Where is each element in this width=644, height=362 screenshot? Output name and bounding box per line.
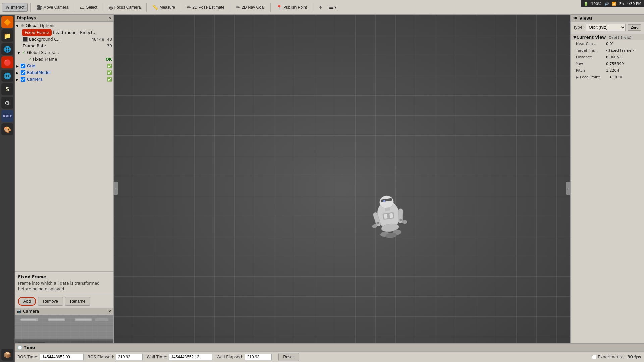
toolbar-separator5 — [181, 3, 181, 12]
svg-rect-3 — [48, 318, 65, 321]
wall-time-input[interactable] — [169, 354, 212, 360]
battery-label: 100% — [591, 2, 601, 6]
add-display-button[interactable]: Add — [18, 297, 36, 306]
cv-focal-val: 0; 0; 0 — [610, 75, 639, 79]
tree-robot-model[interactable]: ▶ RobotModel ✅ — [15, 69, 113, 76]
svg-rect-5 — [95, 318, 108, 321]
viewport-collapse-right[interactable]: ‹ — [566, 182, 570, 195]
clock-label: 4:30 PM — [627, 2, 641, 6]
robot-model — [362, 187, 415, 243]
crosshair-icon: ✛ — [319, 5, 322, 10]
background-value: 48; 48; 48 — [91, 37, 112, 42]
measure-button[interactable]: 📏 Measure — [149, 3, 178, 12]
remove-display-button[interactable]: Remove — [38, 297, 63, 306]
current-view-header[interactable]: ▼ Current View Orbit (rviz) — [571, 34, 644, 40]
app-icon-chrome[interactable]: 🌐 — [1, 70, 13, 82]
app-icon-browser[interactable]: 🌐 — [1, 43, 13, 55]
cv-focal-key: Focal Point — [580, 75, 610, 79]
ros-time-section: ROS Time: — [17, 354, 84, 360]
app-icon-s[interactable]: S — [1, 83, 13, 95]
dropdown-button[interactable]: ▬ ▾ — [326, 3, 339, 11]
views-title: Views — [579, 16, 593, 21]
displays-title: Displays — [17, 16, 36, 20]
viewport[interactable]: ‹ › — [114, 15, 570, 362]
nav-goal-button[interactable]: ✏ 2D Nav Goal — [233, 3, 268, 12]
viewport-collapse-left[interactable]: › — [114, 182, 118, 195]
current-view-section: ▼ Current View Orbit (rviz) Near Clip ..… — [571, 33, 644, 82]
cv-distance-row: Distance 8.06653 — [571, 54, 644, 60]
camera-panel-icon: 📷 — [17, 309, 22, 314]
battery-icon: 🔋 — [584, 2, 588, 6]
app-sidebar: 🔶 📁 🌐 🔴 🌐 S ⚙ RViz 🎨 📦 — [0, 15, 15, 362]
tree-frame-rate[interactable]: Frame Rate 30 — [15, 43, 113, 49]
tree-camera[interactable]: ▶ Camera ✅ — [15, 76, 113, 83]
pose-icon: ✏ — [187, 5, 191, 10]
cv-yaw-val: 0.755399 — [606, 62, 639, 66]
time-clock-icon: 🕐 — [17, 345, 22, 350]
toolbar-separator4 — [146, 3, 147, 12]
experimental-checkbox[interactable] — [592, 355, 596, 359]
app-icon-red[interactable]: 🔴 — [1, 56, 13, 68]
time-bar-header: 🕐 Time — [15, 344, 644, 352]
cv-near-clip-key: Near Clip ... — [576, 42, 606, 46]
select-button[interactable]: ▭ Select — [77, 3, 100, 12]
move-camera-button[interactable]: 🎥 Move Camera — [33, 3, 71, 12]
cv-target-frame-key: Target Fra... — [576, 48, 606, 53]
ff-check-value: OK — [106, 57, 112, 62]
app-icon-terminal[interactable]: 📦 — [1, 349, 13, 361]
toolbar-separator3 — [103, 3, 103, 12]
views-zero-button[interactable]: Zero — [628, 24, 641, 31]
ff-info-desc: Frame into which all data is transformed… — [18, 281, 110, 292]
cv-arrow: ▼ — [573, 35, 576, 40]
views-type-select[interactable]: Orbit (rviz) — [586, 24, 626, 31]
cv-pitch-row: Pitch 1.2204 — [571, 67, 644, 74]
tree-global-status[interactable]: ▼ ✓ Global Status:... — [15, 49, 113, 56]
robot-model-status-icon: ✅ — [107, 70, 112, 75]
pose-estimate-button[interactable]: ✏ 2D Pose Estimate — [184, 3, 227, 12]
svg-rect-25 — [398, 209, 403, 223]
displays-tree[interactable]: ▼ ⚙ Global Options Fixed Frame head_moun… — [15, 22, 113, 272]
wall-elapsed-input[interactable] — [245, 354, 272, 360]
publish-point-button[interactable]: 📍 Publish Point — [273, 3, 310, 12]
display-buttons: Add Remove Rename — [15, 295, 113, 308]
left-panel: Displays ✕ ▼ ⚙ Global Options Fixed Fram… — [15, 15, 114, 362]
tree-grid[interactable]: ▶ Grid ✅ — [15, 63, 113, 69]
focus-camera-button[interactable]: ◎ Focus Camera — [106, 3, 144, 12]
rename-display-button[interactable]: Rename — [65, 297, 90, 306]
ff-check-label: Fixed Frame — [33, 57, 104, 62]
ros-elapsed-input[interactable] — [116, 354, 143, 360]
experimental-label[interactable]: Experimental — [592, 355, 625, 359]
svg-rect-13 — [20, 319, 36, 320]
cv-pitch-key: Pitch — [576, 68, 606, 73]
displays-close-icon[interactable]: ✕ — [108, 16, 111, 20]
grid-checkbox[interactable] — [21, 64, 25, 68]
interact-button[interactable]: 🖱 Interact — [2, 3, 28, 12]
tree-background-color[interactable]: Background C... 48; 48; 48 — [15, 36, 113, 43]
app-icon-settings[interactable]: ⚙ — [1, 97, 13, 109]
toolbar-separator7 — [270, 3, 271, 12]
global-options-icon: ⚙ — [21, 23, 24, 28]
tree-arrow-robot: ▶ — [16, 71, 21, 75]
toolbar-separator2 — [74, 3, 74, 12]
camera-status-icon: ✅ — [107, 77, 112, 82]
frame-rate-value: 30 — [107, 44, 112, 48]
camera-panel-close[interactable]: ✕ — [108, 309, 111, 314]
main-layout: 🔶 📁 🌐 🔴 🌐 S ⚙ RViz 🎨 📦 Displays ✕ ▼ ⚙ — [0, 15, 644, 362]
crosshair-button[interactable]: ✛ — [316, 3, 325, 11]
volume-icon: 🔊 — [604, 2, 609, 6]
tree-fixed-frame[interactable]: Fixed Frame head_mount_kinect... — [15, 29, 113, 36]
app-icon-files[interactable]: 📁 — [1, 29, 13, 42]
reset-button[interactable]: Reset — [278, 353, 299, 361]
lang-label: En — [619, 2, 624, 6]
camera-checkbox[interactable] — [21, 77, 25, 82]
robot-model-checkbox[interactable] — [21, 70, 25, 75]
wall-elapsed-label: Wall Elapsed: — [216, 355, 243, 359]
ros-time-label: ROS Time: — [17, 355, 39, 359]
app-icon-ubuntu[interactable]: 🔶 — [1, 16, 13, 28]
app-icon-rviz[interactable]: RViz — [1, 110, 13, 122]
viewport-canvas: ‹ › — [114, 15, 570, 362]
app-icon-paint[interactable]: 🎨 — [1, 123, 13, 135]
ros-time-input[interactable] — [40, 354, 84, 360]
publish-icon: 📍 — [276, 5, 282, 10]
tree-global-options[interactable]: ▼ ⚙ Global Options — [15, 22, 113, 29]
